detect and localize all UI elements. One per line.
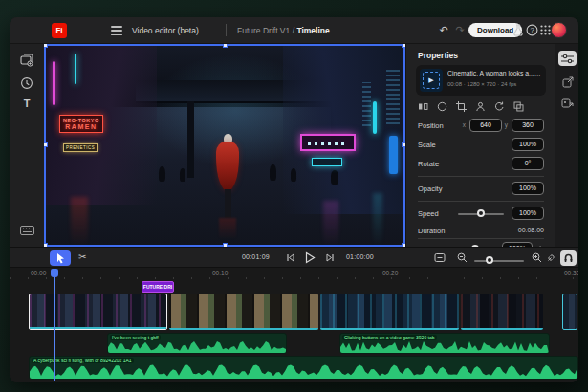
scale-label: Scale (418, 141, 436, 149)
mask-circle-icon[interactable] (437, 101, 447, 112)
divider (418, 201, 544, 202)
undo-icon[interactable]: ↶ (436, 23, 451, 38)
position-y-input[interactable]: 360 (512, 119, 544, 132)
divider (418, 238, 544, 239)
select-tool-button[interactable] (50, 250, 71, 266)
text-tool-icon[interactable]: T (19, 98, 34, 113)
firefly-logo[interactable]: Fi (52, 23, 67, 38)
music-clip[interactable]: A cyberpunk sci fi song, with or 8924220… (29, 356, 578, 380)
zoom-slider-thumb[interactable] (486, 256, 493, 264)
clip-thumbnail-tile: ▶ (420, 69, 443, 92)
scale-row: Scale 100% (418, 138, 544, 153)
breadcrumb-project[interactable]: Future Drift V1 (237, 26, 290, 35)
transport-bar: ✂ 00:01:09 01:00:00 (10, 247, 578, 268)
position-x-input[interactable]: 640 (469, 119, 502, 132)
neon-stripe-cyan (75, 54, 76, 84)
export-media-panel-button[interactable] (558, 96, 577, 111)
snap-toggle-button[interactable] (560, 250, 577, 266)
linked-audio-strip (461, 328, 543, 330)
top-bar: Fi Video editor (beta) Future Drift V1 /… (10, 17, 578, 44)
neon-reflection-red (71, 197, 88, 247)
redo-icon[interactable]: ↷ (452, 23, 468, 38)
desktop-background: Fi Video editor (beta) Future Drift V1 /… (0, 0, 588, 392)
crop-icon[interactable] (456, 101, 467, 112)
breadcrumb-separator: / (293, 26, 294, 35)
rotate-label: Rotate (418, 160, 439, 168)
duration-row: Duration 00:08:00 (418, 224, 544, 239)
duration-label: Duration (418, 227, 445, 235)
breadcrumb[interactable]: Future Drift V1 / Timeline (237, 26, 330, 35)
audio-clip-sfx[interactable]: Clicking buttons on a video game 3920 ta… (339, 333, 550, 354)
title-divider (226, 24, 227, 36)
media-library-icon[interactable] (19, 54, 34, 69)
app-title: Video editor (beta) (132, 26, 199, 35)
speed-input[interactable]: 100% (512, 207, 544, 220)
neon-sign-blue (389, 136, 398, 174)
neon-stripe-cyan (373, 101, 377, 134)
speed-label: Speed (418, 209, 439, 218)
keyboard-shortcuts-icon[interactable] (19, 226, 34, 241)
linked-audio-strip (30, 327, 166, 329)
properties-title: Properties (418, 51, 458, 60)
svg-text:?: ? (530, 26, 534, 34)
neon-sign-ramen-line2: RAMEN (63, 123, 99, 130)
selected-clip-card[interactable]: ▶ Cinematic. A woman looks a... .vffgenv… (416, 65, 546, 96)
text-clip-future-drift[interactable]: FUTURE DRI (142, 281, 174, 293)
ruler-label: 00:10 (212, 270, 228, 276)
neon-sign-prenetics: PRENETICS (63, 143, 98, 152)
breadcrumb-page: Timeline (296, 26, 329, 35)
timeline[interactable]: 00:00 00:10 00:20 00:30 FUTURE DRI I've … (10, 268, 578, 382)
menu-icon[interactable] (111, 26, 122, 35)
neon-stripe-magenta (53, 61, 55, 105)
video-clip-4[interactable] (461, 294, 543, 330)
flip-icon[interactable] (418, 101, 428, 112)
neon-reflection-cyan (373, 193, 382, 247)
neon-reflection-magenta (323, 201, 338, 247)
video-clip-2[interactable] (169, 294, 318, 330)
history-clock-icon[interactable] (19, 76, 34, 92)
speed-slider[interactable] (458, 213, 504, 215)
speed-slider-thumb[interactable] (477, 209, 485, 217)
clip-name: Cinematic. A woman looks a... .vffgenvid (447, 70, 542, 76)
play-button[interactable] (304, 251, 316, 269)
video-editor-window: Fi Video editor (beta) Future Drift V1 /… (10, 17, 578, 382)
user-avatar[interactable] (551, 22, 567, 38)
position-label: Position (418, 121, 444, 130)
opacity-row: Opacity 100% (418, 182, 544, 197)
speed-row: Speed 100% (418, 207, 544, 222)
share-panel-button[interactable] (558, 75, 577, 90)
scale-input[interactable]: 100% (512, 138, 544, 151)
bridge-pillar (187, 101, 194, 178)
ruler-label: 00:00 (31, 270, 46, 276)
linked-audio-strip (320, 328, 459, 330)
rotate-icon[interactable] (494, 101, 505, 112)
playhead-handle[interactable] (51, 269, 58, 277)
ruler-label: 00:30 (564, 270, 578, 276)
video-clip-3[interactable] (320, 294, 459, 330)
neon-sign-cyan-small (312, 158, 342, 166)
rotate-input[interactable]: 0° (512, 157, 544, 170)
audio-clip-voice-1[interactable]: I've been seeing t gbff (107, 333, 287, 354)
y-label: y (505, 121, 508, 128)
opacity-input[interactable]: 100% (512, 182, 544, 195)
duration-value: 00:08:00 (518, 227, 544, 233)
video-clip-1-selected[interactable] (29, 294, 167, 330)
blend-layers-icon[interactable] (513, 101, 524, 112)
properties-panel-button[interactable] (558, 51, 577, 66)
ruler-ticks (10, 277, 578, 279)
clip-meta: 00:08 · 1280 × 720 · 24 fps (447, 81, 542, 87)
cut-tool-icon[interactable]: ✂ (78, 251, 86, 262)
position-row: Position x 640 y 360 (418, 119, 544, 134)
properties-panel: Properties ▶ Cinematic. A woman looks a.… (405, 44, 555, 247)
building-windows (386, 67, 400, 124)
left-toolbar: T (10, 44, 44, 247)
preview-canvas[interactable]: NEO-TOKYO RAMEN PRENETICS (44, 44, 405, 247)
video-clip-5-partial[interactable] (562, 294, 577, 330)
woman-reflection (219, 218, 236, 239)
linked-audio-strip (169, 328, 318, 330)
transform-tools-row (418, 101, 524, 112)
fit-subject-icon[interactable] (475, 101, 486, 112)
timeline-zoom-slider[interactable] (474, 260, 524, 262)
playhead-line[interactable] (54, 269, 55, 381)
generated-video-icon: ▶ (423, 72, 440, 89)
